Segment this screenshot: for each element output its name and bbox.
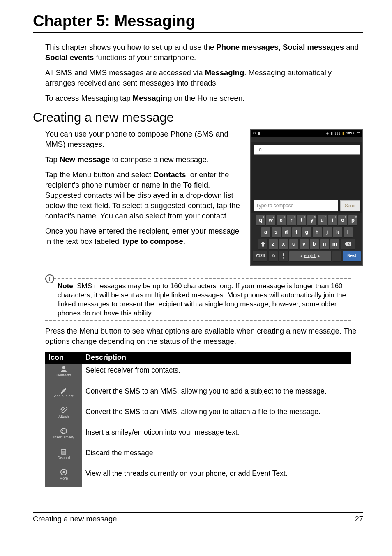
to-field[interactable]: To [254, 145, 360, 155]
text: on the Home screen. [172, 94, 244, 102]
key-dot[interactable]: . [332, 251, 341, 262]
desc-cell: Convert the SMS to an MMS, allowing you … [82, 384, 351, 405]
table-row: Add subjectConvert the SMS to an MMS, al… [45, 384, 351, 405]
key-mic[interactable] [279, 251, 288, 262]
options-table: Icon Description ContactsSelect receiver… [45, 352, 351, 487]
text: This chapter shows you how to set up and… [45, 43, 217, 51]
text-bold: Contacts [153, 170, 186, 179]
key-v[interactable]: v [300, 239, 309, 250]
chevron-right-icon: ▸ [318, 254, 320, 258]
table-row: Insert smileyInsert a smiley/emoticon in… [45, 425, 351, 446]
key-b[interactable]: b [310, 239, 319, 250]
footer-right: 27 [355, 514, 363, 524]
footer-left: Creating a new message [33, 514, 117, 524]
insert-smiley-icon [60, 427, 68, 435]
battery-icon: ▮ [342, 131, 344, 135]
after-note: Press the Menu button to see what option… [45, 326, 363, 347]
key-w[interactable]: w2 [266, 215, 275, 226]
text: Tap the Menu button and select [45, 170, 153, 179]
key-space[interactable]: ◂ English ▸ [289, 251, 331, 262]
key-backspace[interactable] [341, 239, 355, 250]
clock-ampm: AM [357, 131, 360, 134]
icon-cell: Discard [45, 446, 82, 466]
backspace-icon [344, 241, 352, 246]
tab-bar [251, 137, 362, 142]
space-label: English [304, 254, 316, 258]
page-footer: Creating a new message 27 [33, 512, 363, 524]
key-k[interactable]: k [333, 227, 342, 238]
svg-point-5 [65, 429, 65, 430]
key-m[interactable]: m [330, 239, 339, 250]
key-shift[interactable] [258, 239, 267, 250]
key-emoji[interactable]: ☺ [269, 251, 278, 262]
svg-point-4 [62, 429, 63, 430]
key-j[interactable]: j [323, 227, 332, 238]
text: , [279, 43, 283, 51]
key-o[interactable]: o9 [338, 215, 347, 226]
key-a[interactable]: a [261, 227, 270, 238]
key-i[interactable]: i8 [328, 215, 337, 226]
key-z[interactable]: z [269, 239, 278, 250]
text-bold: Messaging [133, 94, 172, 102]
text-bold: Social events [45, 53, 94, 62]
compose-input[interactable]: Type to compose [254, 200, 338, 211]
key-q[interactable]: q1 [256, 215, 265, 226]
note-box: ! Note: SMS messages may be up to 160 ch… [45, 278, 351, 321]
contacts-icon [60, 365, 68, 373]
svg-rect-0 [262, 246, 264, 247]
key-g[interactable]: g [302, 227, 311, 238]
clock: 10:00 AM [346, 131, 360, 135]
key-f[interactable]: f [292, 227, 301, 238]
icon-cell: Attach [45, 405, 82, 425]
text: Tap [45, 155, 60, 164]
note-label: Note [58, 282, 73, 290]
icon-cell: Add subject [45, 384, 82, 405]
key-e[interactable]: e3 [277, 215, 286, 226]
note-icon: ! [45, 274, 54, 283]
attach-icon [60, 406, 68, 415]
clock-time: 10:00 [346, 131, 355, 135]
desc-cell: Insert a smiley/emoticon into your messa… [82, 425, 351, 446]
sync-icon: ⟳ [253, 131, 256, 135]
desc-cell: Convert the SMS to an MMS, allowing you … [82, 405, 351, 425]
text-bold: To [183, 181, 192, 189]
key-d[interactable]: d [282, 227, 291, 238]
icon-cell: More [45, 466, 82, 487]
key-l[interactable]: l [344, 227, 353, 238]
text-bold: Messaging [205, 68, 244, 77]
shift-icon [261, 241, 265, 247]
text: All SMS and MMS messages are accessed vi… [45, 68, 205, 77]
key-p[interactable]: p0 [348, 215, 357, 226]
note-text: Note: SMS messages may be up to 160 char… [45, 279, 351, 320]
signal-icon: ▮ [331, 131, 333, 135]
svg-rect-1 [283, 253, 284, 256]
kbd-row-2: asdfghjkl [253, 227, 361, 238]
key-r[interactable]: r4 [287, 215, 296, 226]
key-sym[interactable]: ?123 [253, 251, 267, 262]
phone-screenshot: ⟳ ▮ ◈ ▮ ⫿⫿⫿ ▮ 10:00 AM To Type to compos… [250, 129, 363, 266]
send-button[interactable]: Send [340, 200, 360, 211]
key-s[interactable]: s [272, 227, 281, 238]
table-row: AttachConvert the SMS to an MMS, allowin… [45, 405, 351, 425]
key-y[interactable]: y6 [307, 215, 316, 226]
key-n[interactable]: n [320, 239, 329, 250]
icon-label: More [60, 477, 68, 480]
body-p2: Tap New message to compose a new message… [45, 155, 241, 165]
key-h[interactable]: h [313, 227, 322, 238]
note-body: : SMS messages may be up to 160 characte… [58, 282, 346, 317]
icon-label: Insert smiley [53, 436, 74, 439]
key-next[interactable]: Next [343, 251, 361, 262]
text: . [183, 237, 185, 246]
text-bold: Type to compose [121, 237, 183, 246]
key-c[interactable]: c [289, 239, 298, 250]
key-t[interactable]: t5 [297, 215, 306, 226]
text-bold: New message [60, 155, 110, 164]
key-u[interactable]: u7 [318, 215, 327, 226]
mic-icon [281, 253, 286, 259]
body-p4: Once you have entered the recipient, ent… [45, 226, 241, 247]
svg-point-8 [63, 471, 65, 473]
key-x[interactable]: x [279, 239, 288, 250]
intro-p1: This chapter shows you how to set up and… [45, 42, 363, 63]
chevron-left-icon: ◂ [300, 254, 302, 258]
kbd-row-3: zxcvbnm [253, 239, 361, 250]
